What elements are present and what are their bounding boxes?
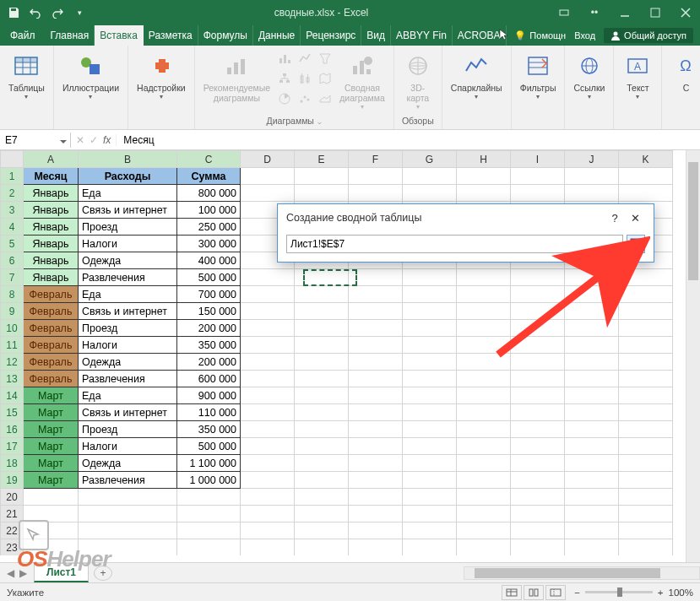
cell-empty[interactable] (177, 489, 241, 506)
chart-types-grid[interactable] (275, 49, 334, 112)
cell-empty[interactable] (295, 421, 349, 438)
cell-empty[interactable] (349, 522, 403, 539)
cell-empty[interactable] (349, 438, 403, 455)
cell-empty[interactable] (349, 337, 403, 354)
cell-empty[interactable] (565, 286, 619, 303)
cell-month[interactable]: Январь (24, 269, 79, 286)
cell-empty[interactable] (619, 320, 673, 337)
cell-empty[interactable] (619, 168, 673, 185)
cell-sum[interactable]: 800 000 (177, 185, 241, 202)
col-header-K[interactable]: K (619, 151, 673, 168)
cell-empty[interactable] (511, 168, 565, 185)
cell-empty[interactable] (403, 269, 457, 286)
cell-empty[interactable] (619, 522, 673, 539)
cell-empty[interactable] (619, 185, 673, 202)
cell-empty[interactable] (511, 421, 565, 438)
cell-empty[interactable] (565, 506, 619, 522)
cell-empty[interactable] (349, 404, 403, 421)
vertical-scrollbar[interactable] (686, 150, 700, 562)
cell-expense[interactable]: Развлечения (79, 371, 177, 387)
range-input[interactable] (286, 235, 623, 253)
tab-review[interactable]: Рецензирс (301, 25, 361, 46)
cell-empty[interactable] (349, 269, 403, 286)
cell-empty[interactable] (403, 404, 457, 421)
cell-empty[interactable] (619, 303, 673, 320)
cell-sum[interactable]: 500 000 (177, 438, 241, 455)
cell-empty[interactable] (295, 269, 349, 286)
cell-expense[interactable]: Еда (79, 286, 177, 303)
cell-empty[interactable] (241, 185, 295, 202)
cell-header-c[interactable]: Сумма (177, 168, 241, 185)
text-button[interactable]: A Текст▾ (619, 49, 656, 102)
cell-month[interactable]: Январь (24, 219, 79, 236)
cell-sum[interactable]: 1 000 000 (177, 472, 241, 489)
cell-sum[interactable]: 250 000 (177, 219, 241, 236)
illustrations-button[interactable]: Иллюстрации▾ (59, 49, 122, 102)
cell-sum[interactable]: 150 000 (177, 303, 241, 320)
cell-empty[interactable] (511, 539, 565, 556)
cell-month[interactable]: Февраль (24, 320, 79, 337)
cell-month[interactable]: Март (24, 455, 79, 472)
cell-empty[interactable] (403, 303, 457, 320)
cell-empty[interactable] (295, 303, 349, 320)
cell-sum[interactable]: 100 000 (177, 202, 241, 219)
cell-month[interactable]: Январь (24, 185, 79, 202)
row-header-7[interactable]: 7 (1, 269, 24, 286)
cell-empty[interactable] (349, 506, 403, 522)
cell-empty[interactable] (241, 472, 295, 489)
cell-empty[interactable] (241, 438, 295, 455)
dialog-help-button[interactable]: ? (605, 212, 625, 225)
cell-empty[interactable] (349, 354, 403, 371)
cell-empty[interactable] (565, 387, 619, 404)
cell-empty[interactable] (241, 320, 295, 337)
normal-view-button[interactable] (502, 585, 522, 600)
cell-empty[interactable] (79, 489, 177, 506)
cell-empty[interactable] (457, 522, 511, 539)
expand-dialog-button[interactable] (627, 235, 645, 253)
tab-acrobat[interactable]: ACROBA (453, 25, 507, 46)
cell-month[interactable]: Март (24, 404, 79, 421)
col-header-D[interactable]: D (241, 151, 295, 168)
cell-empty[interactable] (457, 506, 511, 522)
cell-empty[interactable] (241, 337, 295, 354)
col-header-B[interactable]: B (79, 151, 177, 168)
cell-sum[interactable]: 350 000 (177, 337, 241, 354)
links-button[interactable]: Ссылки▾ (570, 49, 608, 102)
page-break-view-button[interactable] (545, 585, 566, 600)
cell-empty[interactable] (511, 354, 565, 371)
cell-empty[interactable] (511, 472, 565, 489)
cell-empty[interactable] (457, 539, 511, 556)
ribbon-display-icon[interactable] (550, 0, 578, 25)
cell-sum[interactable]: 700 000 (177, 286, 241, 303)
redo-icon[interactable] (49, 4, 66, 21)
row-header-1[interactable]: 1 (1, 168, 24, 185)
row-header-17[interactable]: 17 (1, 438, 24, 455)
cell-empty[interactable] (511, 522, 565, 539)
surface-chart-icon[interactable] (316, 89, 334, 108)
tab-formulas[interactable]: Формулы (198, 25, 253, 46)
tab-layout[interactable]: Разметка (144, 25, 198, 46)
cell-month[interactable]: Январь (24, 202, 79, 219)
tab-view[interactable]: Вид (361, 25, 391, 46)
cell-empty[interactable] (241, 286, 295, 303)
cell-empty[interactable] (349, 185, 403, 202)
stat-chart-icon[interactable] (296, 69, 314, 88)
cell-empty[interactable] (619, 539, 673, 556)
cell-month[interactable]: Январь (24, 252, 79, 269)
row-header-10[interactable]: 10 (1, 320, 24, 337)
fx-icon[interactable]: fx (103, 134, 111, 146)
row-header-16[interactable]: 16 (1, 421, 24, 438)
cell-empty[interactable] (619, 404, 673, 421)
row-header-3[interactable]: 3 (1, 202, 24, 219)
addins-button[interactable]: Надстройки▾ (133, 49, 189, 102)
row-header-18[interactable]: 18 (1, 455, 24, 472)
col-header-G[interactable]: G (403, 151, 457, 168)
cell-empty[interactable] (403, 185, 457, 202)
cell-empty[interactable] (403, 455, 457, 472)
cell-empty[interactable] (511, 269, 565, 286)
row-header-9[interactable]: 9 (1, 303, 24, 320)
minimize-icon[interactable] (610, 0, 639, 25)
cell-month[interactable]: Февраль (24, 286, 79, 303)
3dmap-button[interactable]: 3D- карта▾ (399, 49, 437, 112)
cell-empty[interactable] (349, 371, 403, 387)
